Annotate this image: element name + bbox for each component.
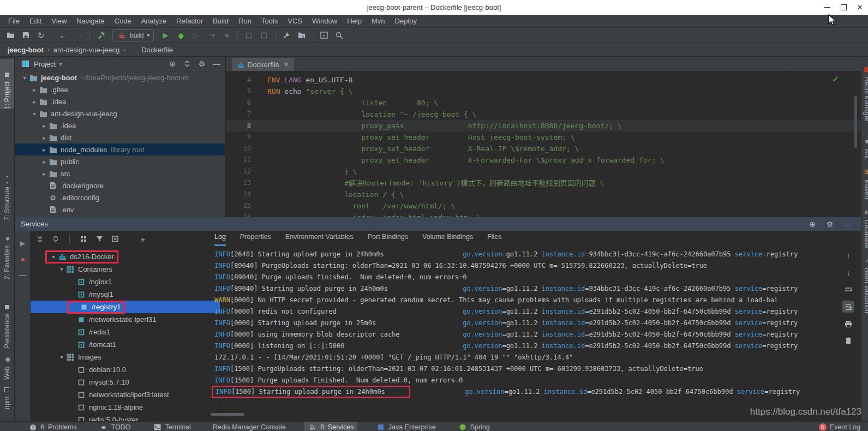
tree-row[interactable]: ▾Containers bbox=[31, 263, 220, 276]
tab-files[interactable]: Files bbox=[487, 233, 501, 246]
tree-row[interactable]: networkstatic/iperf3:latest bbox=[31, 388, 220, 401]
search-icon[interactable] bbox=[332, 29, 346, 42]
project-structure-icon[interactable] bbox=[295, 29, 309, 42]
tree-row[interactable]: ▸.idea bbox=[15, 119, 225, 131]
menu-analyze[interactable]: Analyze bbox=[136, 15, 171, 27]
tree-row[interactable]: mysql:5.7.10 bbox=[31, 376, 220, 388]
toolwindow-redis-manager-console[interactable]: Redis Manager Console bbox=[209, 422, 289, 431]
settings-wrench-icon[interactable] bbox=[279, 29, 294, 42]
tree-row[interactable]: /tomcat1 bbox=[31, 338, 220, 351]
tree-row[interactable]: ▾Images bbox=[31, 351, 220, 363]
tree-chevron-icon[interactable]: ▾ bbox=[50, 254, 57, 260]
code-line[interactable]: 6 listen 80; \ bbox=[226, 97, 861, 109]
collapse-all-icon[interactable] bbox=[182, 59, 192, 69]
tree-row[interactable]: ▸src bbox=[15, 167, 225, 179]
code-line[interactable]: 13 #解决Router(mode: 'history')模式下，刷新路由地址不… bbox=[226, 177, 861, 189]
sync-icon[interactable]: ↻ bbox=[34, 29, 48, 42]
code-line[interactable]: 4ENV LANG en_US.UTF-8 bbox=[226, 74, 861, 86]
menu-mvn[interactable]: Mvn bbox=[367, 15, 390, 27]
tree-row[interactable]: ⚙.editorconfig bbox=[15, 191, 225, 203]
stripe----structure[interactable]: 7: Structure▪▪ bbox=[0, 164, 14, 220]
tree-row[interactable]: /nginx1 bbox=[31, 276, 220, 288]
debug-icon[interactable] bbox=[173, 29, 188, 42]
code-line[interactable]: 11 proxy_set_header X-Forwarded-For \$pr… bbox=[226, 154, 861, 166]
menu-code[interactable]: Code bbox=[110, 15, 136, 27]
print-button[interactable] bbox=[842, 318, 854, 330]
tree-row[interactable]: /registry1 bbox=[31, 301, 220, 313]
tab-dockerfile[interactable]: Dockerfile ✕ bbox=[232, 58, 294, 71]
tree-row[interactable]: ▸node_moduleslibrary root bbox=[15, 143, 225, 155]
hide-icon[interactable]: — bbox=[212, 59, 222, 69]
toolwindow-terminal[interactable]: Terminal bbox=[149, 422, 194, 431]
menu-vcs[interactable]: VCS bbox=[283, 15, 307, 27]
stripe-npm[interactable]: npm bbox=[0, 383, 14, 409]
tree-chevron-icon[interactable]: ▸ bbox=[40, 171, 48, 177]
tree-row[interactable]: redis:5.0-buster bbox=[31, 414, 220, 421]
stripe-maven[interactable]: mMaven bbox=[862, 167, 868, 202]
tree-row[interactable]: ▾ant-design-vue-jeecg bbox=[15, 107, 225, 119]
locate-icon[interactable]: ⊕ bbox=[167, 59, 177, 69]
clear-button[interactable] bbox=[842, 334, 854, 346]
collapse-all-icon[interactable] bbox=[51, 234, 61, 244]
stripe-bean-validation[interactable]: ✓Bean Validation bbox=[862, 255, 868, 319]
stripe-database[interactable]: ≣Database bbox=[862, 207, 868, 252]
stripe----favorites[interactable]: 2: Favorites★ bbox=[0, 224, 14, 279]
tree-chevron-icon[interactable]: ▸ bbox=[31, 99, 38, 105]
stripe----project[interactable]: 1: Project bbox=[0, 59, 14, 109]
run-window-icon[interactable] bbox=[317, 29, 331, 42]
tab-port-bindings[interactable]: Port Bindings bbox=[368, 233, 408, 246]
soft-wrap-button[interactable] bbox=[842, 284, 854, 296]
tree-chevron-icon[interactable]: ▸ bbox=[31, 87, 38, 93]
tree-row[interactable]: .env bbox=[15, 203, 225, 216]
tab-properties[interactable]: Properties bbox=[240, 233, 271, 246]
log-horizontal-scrollbar[interactable] bbox=[211, 413, 244, 416]
gear-icon[interactable]: ⚙ bbox=[825, 219, 835, 229]
menu-window[interactable]: Window bbox=[307, 15, 342, 27]
tree-row[interactable]: ▸.gitee bbox=[15, 83, 225, 95]
stop-icon[interactable]: ■ bbox=[219, 29, 234, 42]
stop-service-icon[interactable]: ■ bbox=[18, 254, 28, 264]
menu-tools[interactable]: Tools bbox=[256, 15, 283, 27]
tree-row[interactable]: nginx:1.18-alpine bbox=[31, 401, 220, 414]
code-line[interactable]: 8 proxy_pass http://localhost:8080/jeecg… bbox=[226, 120, 861, 131]
code-viewport[interactable]: 4ENV LANG en_US.UTF-85RUN echo "server {… bbox=[226, 71, 861, 217]
close-button[interactable]: ✕ bbox=[852, 0, 868, 15]
code-line[interactable]: 5RUN echo "server { \ bbox=[226, 86, 861, 97]
tree-chevron-icon[interactable]: ▾ bbox=[31, 111, 38, 117]
tree-row[interactable]: ▾jeecg-boot~/IdeaProjects/jeecg-jeecg-bo… bbox=[15, 71, 225, 83]
maximize-button[interactable] bbox=[835, 0, 852, 15]
menu-navigate[interactable]: Navigate bbox=[71, 15, 109, 27]
back-icon[interactable]: ← bbox=[56, 29, 70, 42]
menu-edit[interactable]: Edit bbox=[25, 15, 46, 27]
close-icon[interactable]: ✕ bbox=[284, 61, 289, 68]
arrow-up-button[interactable]: ↑ bbox=[842, 250, 854, 262]
tree-chevron-icon[interactable]: ▾ bbox=[21, 75, 28, 81]
build-hammer-icon[interactable] bbox=[94, 29, 108, 42]
code-line[interactable]: 10 proxy_set_header X-Real-IP \$remote_a… bbox=[226, 143, 861, 154]
stripe-redis-manager[interactable]: Redis Manager bbox=[862, 64, 868, 131]
tree-chevron-icon[interactable]: ▸ bbox=[40, 159, 48, 165]
code-line[interactable]: 16 index index.html index.htm; \ bbox=[226, 212, 861, 217]
tree-row[interactable]: ▾ds216-Docker bbox=[31, 250, 220, 263]
menu-build[interactable]: Build bbox=[208, 15, 234, 27]
filter-icon[interactable] bbox=[94, 234, 104, 244]
tree-row[interactable]: /redis1 bbox=[31, 326, 220, 338]
code-line[interactable]: 14 location / { \ bbox=[226, 189, 861, 200]
breadcrumb-item[interactable]: jeecg-boot bbox=[8, 46, 44, 54]
toolwindow-todo[interactable]: ≡TODO bbox=[95, 422, 134, 431]
new-frame-icon[interactable] bbox=[110, 234, 120, 244]
group-by-icon[interactable] bbox=[79, 234, 88, 244]
code-line[interactable]: 15 root /var/www/html/; \ bbox=[226, 200, 861, 212]
menu-help[interactable]: Help bbox=[342, 15, 367, 27]
tree-chevron-icon[interactable]: ▾ bbox=[58, 266, 65, 272]
toolwindow-6--problems[interactable]: 6: Problems bbox=[25, 422, 80, 431]
tree-row[interactable]: debian:10.0 bbox=[31, 363, 220, 376]
coverage-icon[interactable]: ▷ bbox=[189, 29, 203, 42]
locate-icon[interactable]: ⊕ bbox=[807, 219, 817, 229]
collapse-icon[interactable]: — bbox=[18, 270, 28, 280]
toolwindow-spring[interactable]: Spring bbox=[454, 422, 493, 431]
tree-row[interactable]: ▸.idea bbox=[15, 95, 225, 107]
breadcrumb-item[interactable]: ant-design-vue-jeecg bbox=[53, 46, 119, 54]
forward-icon[interactable]: → bbox=[71, 29, 86, 42]
expand-all-icon[interactable] bbox=[35, 234, 45, 244]
